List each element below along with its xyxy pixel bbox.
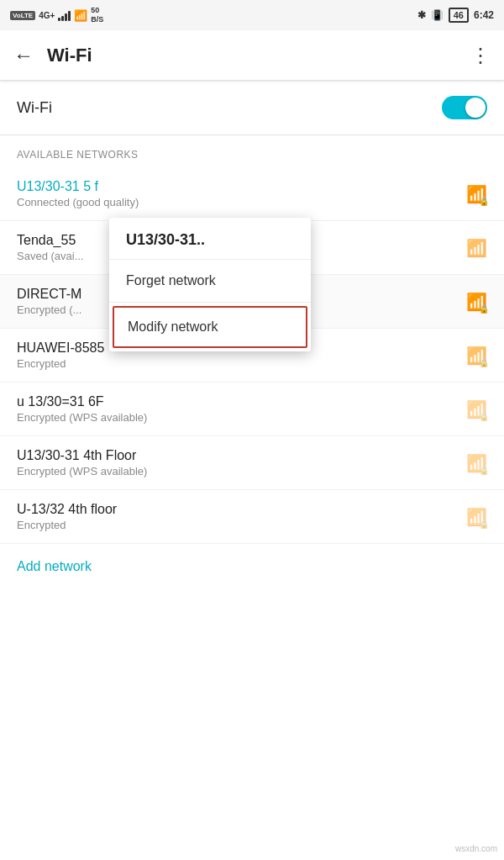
network-status: Encrypted — [17, 357, 466, 370]
status-right: ✱ 📳 46 6:42 — [417, 8, 494, 23]
wifi-toggle-row: Wi-Fi — [0, 81, 504, 135]
network-status: Encrypted — [17, 519, 466, 531]
wifi-signal-icon: 📶 — [466, 238, 487, 258]
battery-indicator: 46 — [449, 8, 469, 23]
watermark: wsxdn.com — [455, 844, 497, 853]
wifi-signal-icon: 📶 🔒 — [466, 507, 487, 527]
wifi-status-icon: 📶 — [74, 9, 87, 22]
network-status: Connected (good quality) — [17, 196, 466, 208]
time-display: 6:42 — [474, 9, 494, 21]
network-status: Encrypted (WPS available) — [17, 411, 466, 424]
page-title: Wi-Fi — [47, 45, 470, 66]
lock-icon: 🔒 — [479, 466, 489, 475]
lock-icon: 🔒 — [479, 358, 489, 367]
network-info: u 13/30=31 6F Encrypted (WPS available) — [17, 394, 466, 424]
lock-icon: 🔒 — [479, 304, 489, 314]
signal-bars — [58, 9, 71, 21]
add-network-button[interactable]: Add network — [0, 544, 504, 589]
wifi-signal-icon: 📶 🔒 — [466, 346, 487, 366]
network-status: Encrypted (WPS available) — [17, 465, 466, 477]
wifi-signal-icon: 📶 🔒 — [466, 399, 487, 419]
wifi-signal-icon: 📶 🔒 — [466, 453, 487, 473]
network-name: U-13/32 4th floor — [17, 502, 466, 517]
more-options-button[interactable]: ⋮ — [470, 44, 491, 67]
network-name: U13/30-31 5 f — [17, 179, 466, 194]
wifi-signal-icon: 📶 🔒 — [466, 292, 487, 312]
lock-icon: 🔒 — [479, 412, 489, 421]
wifi-signal-icon: 📶 🔒 — [466, 184, 487, 204]
app-bar: ← Wi-Fi ⋮ — [0, 30, 504, 81]
network-item[interactable]: U-13/32 4th floor Encrypted 📶 🔒 — [0, 490, 504, 544]
network-item[interactable]: U13/30-31 5 f Connected (good quality) 📶… — [0, 167, 504, 221]
wifi-toggle-label: Wi-Fi — [17, 99, 52, 117]
lock-icon: 🔒 — [479, 197, 489, 206]
context-menu: U13/30-31.. Forget network Modify networ… — [109, 218, 311, 351]
network-info: U-13/32 4th floor Encrypted — [17, 502, 466, 531]
wifi-toggle-switch[interactable] — [442, 96, 487, 119]
network-info: U13/30-31 5 f Connected (good quality) — [17, 179, 466, 208]
lock-icon: 🔒 — [479, 520, 489, 529]
status-bar: VoLTE 4G+ 📶 50B/S ✱ 📳 46 6:42 — [0, 0, 504, 30]
available-networks-header: AVAILABLE NETWORKS — [0, 135, 504, 167]
network-list: U13/30-31 5 f Connected (good quality) 📶… — [0, 167, 504, 544]
network-type: 4G+ — [39, 11, 55, 20]
data-speed: 50B/S — [91, 6, 103, 24]
network-item[interactable]: U13/30-31 4th Floor Encrypted (WPS avail… — [0, 436, 504, 490]
status-left: VoLTE 4G+ 📶 50B/S — [10, 6, 103, 24]
back-button[interactable]: ← — [13, 44, 34, 67]
network-info: U13/30-31 4th Floor Encrypted (WPS avail… — [17, 448, 466, 477]
vibrate-icon: 📳 — [431, 9, 444, 21]
modify-network-button[interactable]: Modify network — [113, 306, 307, 348]
network-item[interactable]: u 13/30=31 6F Encrypted (WPS available) … — [0, 383, 504, 436]
bluetooth-icon: ✱ — [417, 9, 426, 21]
forget-network-button[interactable]: Forget network — [109, 260, 311, 303]
volte-badge: VoLTE — [10, 11, 35, 20]
network-name: U13/30-31 4th Floor — [17, 448, 466, 463]
wifi-symbol: 📶 — [466, 238, 487, 258]
context-menu-title: U13/30-31.. — [109, 218, 311, 260]
network-name: u 13/30=31 6F — [17, 394, 466, 409]
